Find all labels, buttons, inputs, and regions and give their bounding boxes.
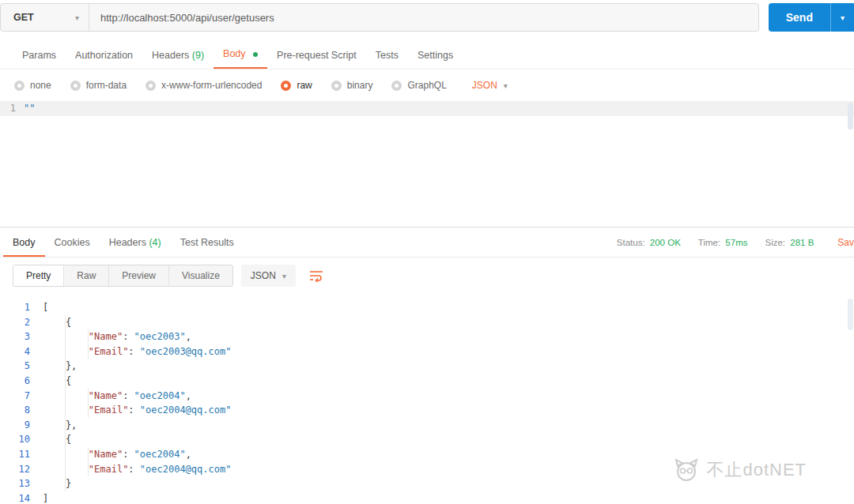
body-present-dot — [253, 52, 258, 57]
line-number: 6 — [0, 374, 43, 389]
indent-guide — [66, 462, 89, 477]
view-tab-preview-label: Preview — [122, 270, 156, 281]
line-content: "Email": "oec2003@qq.com" — [43, 344, 231, 359]
radio-form-data[interactable]: form-data — [70, 80, 127, 91]
tab-tests[interactable]: Tests — [366, 43, 408, 69]
code-line: 1[ — [0, 300, 854, 315]
tab-headers[interactable]: Headers (9) — [142, 43, 214, 69]
response-scrollbar[interactable] — [848, 299, 853, 330]
radio-graphql[interactable]: GraphQL — [391, 80, 446, 91]
time-label: Time: — [698, 238, 720, 247]
line-content: { — [43, 432, 71, 447]
chevron-down-icon: ▾ — [75, 13, 79, 22]
indent-guide — [66, 329, 89, 344]
line-content: "Email": "oec2004@qq.com" — [43, 462, 231, 477]
response-meta: Status: 200 OK Time: 57ms Size: 281 B Sa… — [599, 237, 854, 248]
line-content: { — [43, 315, 71, 330]
tab-authorization[interactable]: Authorization — [66, 43, 142, 69]
line-content: "Email": "oec2004@qq.com" — [43, 403, 231, 418]
indent-guide — [43, 476, 66, 491]
response-tab-cookies[interactable]: Cookies — [45, 228, 100, 257]
line-number: 7 — [0, 389, 43, 404]
radio-none[interactable]: none — [14, 80, 51, 91]
indent-guide — [43, 432, 66, 447]
indent-guide — [43, 329, 66, 344]
view-tab-pretty[interactable]: Pretty — [13, 265, 64, 286]
line-number: 11 — [0, 447, 43, 462]
send-options-caret[interactable]: ▾ — [830, 3, 854, 32]
status-label: Status: — [617, 238, 645, 247]
response-view-segmented: Pretty Raw Preview Visualize — [13, 265, 233, 287]
send-button[interactable]: Send ▾ — [769, 3, 854, 32]
tab-params-label: Params — [22, 50, 56, 61]
tab-headers-count: (9) — [192, 50, 204, 61]
response-body-viewer[interactable]: 1[2{3"Name": "oec2003",4"Email": "oec200… — [0, 294, 854, 504]
indent-guide — [66, 447, 89, 462]
raw-format-select[interactable]: JSON ▾ — [472, 80, 508, 91]
indent-guide — [43, 389, 66, 404]
editor-line-content: "" — [24, 101, 35, 116]
indent-guide — [43, 359, 66, 374]
indent-guide — [43, 344, 66, 359]
line-number: 5 — [0, 359, 43, 374]
line-number: 2 — [0, 315, 43, 330]
radio-selected-icon — [281, 81, 291, 91]
time-value: 57ms — [725, 238, 747, 247]
code-line: 6{ — [0, 374, 854, 389]
save-response-button[interactable]: Sav — [837, 237, 854, 248]
code-line: 4"Email": "oec2003@qq.com" — [0, 344, 854, 359]
body-type-row: none form-data x-www-form-urlencoded raw… — [0, 70, 854, 101]
view-tab-preview[interactable]: Preview — [109, 265, 169, 286]
response-tab-headers[interactable]: Headers (4) — [100, 228, 171, 257]
wrap-text-icon — [308, 269, 324, 282]
radio-raw[interactable]: raw — [281, 80, 312, 91]
size-pair: Size: 281 B — [765, 238, 814, 247]
status-pair: Status: 200 OK — [617, 238, 681, 247]
response-tab-test-results-label: Test Results — [180, 237, 234, 248]
line-number: 4 — [0, 344, 43, 359]
tab-body[interactable]: Body — [214, 42, 267, 69]
line-content: }, — [43, 418, 77, 433]
radio-binary-label: binary — [347, 80, 373, 91]
url-input[interactable] — [89, 4, 758, 31]
time-pair: Time: 57ms — [698, 238, 748, 247]
code-line: 10{ — [0, 432, 854, 447]
indent-guide — [43, 462, 66, 477]
wrap-text-button[interactable] — [308, 269, 324, 282]
tab-params[interactable]: Params — [13, 43, 66, 69]
send-button-label: Send — [769, 3, 830, 32]
chevron-down-icon: ▾ — [841, 13, 845, 22]
editor-scrollbar[interactable] — [848, 103, 853, 130]
radio-icon — [145, 81, 156, 91]
radio-icon — [70, 81, 81, 91]
response-format-select[interactable]: JSON ▾ — [241, 265, 296, 287]
method-select[interactable]: GET ▾ — [1, 4, 89, 31]
response-tab-cookies-label: Cookies — [55, 237, 90, 248]
radio-x-www-form-urlencoded[interactable]: x-www-form-urlencoded — [145, 80, 262, 91]
line-content: "Name": "oec2004", — [43, 389, 191, 404]
response-tab-test-results[interactable]: Test Results — [171, 228, 244, 257]
view-tab-visualize[interactable]: Visualize — [169, 265, 232, 286]
tab-settings[interactable]: Settings — [408, 43, 463, 69]
code-line: 5}, — [0, 359, 854, 374]
response-format-label: JSON — [251, 270, 276, 281]
line-content: ] — [43, 491, 48, 504]
line-content: "Name": "oec2003", — [43, 329, 191, 344]
radio-icon — [14, 81, 25, 91]
line-content: } — [43, 476, 71, 491]
line-content: [ — [43, 300, 48, 315]
tab-prerequest-script[interactable]: Pre-request Script — [267, 43, 366, 69]
view-tab-raw[interactable]: Raw — [64, 265, 109, 286]
radio-binary[interactable]: binary — [331, 80, 373, 91]
response-tab-body[interactable]: Body — [3, 228, 45, 257]
request-tabs: Params Authorization Headers (9) Body Pr… — [0, 33, 854, 70]
tab-authorization-label: Authorization — [75, 50, 133, 61]
line-content: }, — [43, 359, 77, 374]
response-tab-headers-label: Headers — [109, 237, 146, 248]
request-body-editor[interactable]: 1 "" — [0, 101, 854, 228]
code-line: 8"Email": "oec2004@qq.com" — [0, 403, 854, 418]
tab-headers-label: Headers — [152, 50, 189, 61]
line-content: "Name": "oec2004", — [43, 447, 191, 462]
line-number: 3 — [0, 329, 43, 344]
radio-none-label: none — [30, 80, 51, 91]
